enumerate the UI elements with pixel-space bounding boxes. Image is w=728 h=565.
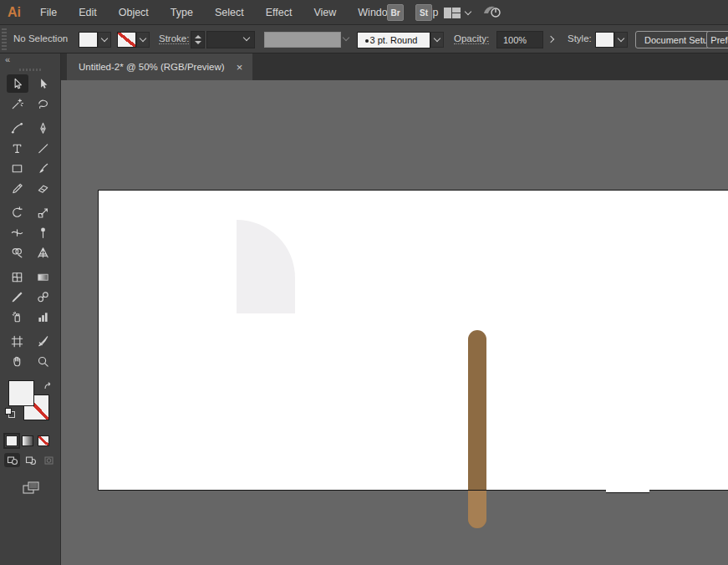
mesh-tool[interactable] (7, 267, 28, 286)
line-segment-tool[interactable] (33, 139, 54, 157)
default-fill-stroke-icon[interactable] (5, 408, 15, 418)
chevron-down-icon (343, 34, 349, 41)
canvas-area[interactable] (61, 80, 728, 565)
rectangle-tool[interactable] (7, 159, 28, 177)
document-tab[interactable]: Untitled-2* @ 50% (RGB/Preview) × (67, 53, 252, 80)
illustrator-window: Ai File Edit Object Type Select Effect V… (0, 0, 728, 565)
style-label: Style: (568, 33, 592, 43)
brush-preview-dot (365, 39, 369, 43)
type-tool[interactable] (7, 139, 28, 157)
chevron-down-icon (101, 35, 108, 42)
gradient-tool[interactable] (33, 267, 54, 286)
blend-tool[interactable] (33, 288, 54, 306)
zoom-tool[interactable] (33, 352, 54, 370)
scale-tool[interactable] (33, 203, 54, 221)
app-logo: Ai (0, 5, 29, 20)
lasso-tool[interactable] (33, 94, 54, 113)
eyedropper-tool[interactable] (7, 288, 28, 306)
control-bar: No Selection Stroke: 3 pt. Round Opacity… (0, 25, 728, 53)
bridge-button[interactable]: Br (387, 4, 404, 21)
stick-shape-below-artboard (468, 490, 486, 528)
column-graph-tool[interactable] (33, 308, 54, 326)
tab-close-icon[interactable]: × (237, 62, 243, 73)
selection-status: No Selection (13, 33, 68, 43)
shaper-tool[interactable] (7, 179, 28, 197)
slice-tool[interactable] (33, 332, 54, 350)
stroke-color-dropdown[interactable] (136, 32, 150, 48)
direct-selection-tool[interactable] (33, 74, 54, 93)
chevron-down-icon (434, 35, 440, 42)
selection-tool[interactable] (7, 74, 28, 93)
preferences-button[interactable]: Preferences (706, 31, 728, 48)
curvature-tool[interactable] (7, 119, 28, 137)
artboard-edge-notch (606, 487, 649, 493)
paintbrush-tool[interactable] (33, 159, 54, 177)
opacity-label[interactable]: Opacity: (454, 33, 489, 44)
magic-wand-tool[interactable] (7, 94, 28, 113)
panel-drag-grip[interactable] (19, 69, 41, 71)
chevron-down-icon (243, 34, 250, 41)
menu-object[interactable]: Object (108, 0, 160, 25)
color-type-buttons (6, 435, 60, 446)
fill-indicator-swatch[interactable] (8, 380, 34, 406)
draw-normal-icon[interactable] (4, 453, 20, 467)
brush-definition-dropdown[interactable]: 3 pt. Round (357, 32, 430, 48)
stroke-weight-dropdown[interactable] (206, 31, 255, 48)
gradient-button[interactable] (22, 435, 33, 446)
brush-name: 3 pt. Round (370, 35, 418, 45)
symbol-sprayer-tool[interactable] (7, 308, 28, 326)
menu-view[interactable]: View (303, 0, 347, 25)
collapse-panel-icon[interactable]: « (5, 54, 10, 64)
menu-bar: Ai File Edit Object Type Select Effect V… (0, 0, 728, 25)
brush-definition-chevron[interactable] (430, 32, 444, 48)
width-tool[interactable] (7, 223, 28, 242)
document-tab-bar: Untitled-2* @ 50% (RGB/Preview) × (61, 53, 728, 80)
draw-behind-icon[interactable] (23, 453, 38, 467)
fill-color-dropdown[interactable] (98, 32, 111, 48)
menu-edit[interactable]: Edit (68, 0, 108, 25)
perspective-grid-tool[interactable] (33, 243, 54, 262)
chevron-down-icon (465, 8, 471, 14)
swap-fill-stroke-icon[interactable] (43, 380, 54, 395)
stock-button[interactable]: St (415, 4, 432, 21)
chevron-down-icon (618, 35, 624, 42)
eraser-tool[interactable] (33, 179, 54, 197)
draw-inside-icon (41, 453, 57, 467)
stroke-weight-label[interactable]: Stroke: (159, 33, 189, 44)
drawing-mode-buttons (4, 453, 60, 467)
stick-shape[interactable] (468, 330, 486, 528)
pen-tool[interactable] (33, 119, 54, 137)
chevron-right-icon[interactable] (547, 36, 554, 43)
app-power-swirl-icon[interactable] (482, 3, 504, 23)
tools-panel: « (0, 53, 61, 565)
document-tab-title: Untitled-2* @ 50% (RGB/Preview) (79, 62, 225, 72)
artboard-tool[interactable] (7, 332, 28, 350)
workspace-switcher[interactable] (444, 8, 471, 18)
menu-type[interactable]: Type (160, 0, 204, 25)
shape-builder-tool[interactable] (7, 243, 28, 262)
stroke-weight-stepper[interactable] (191, 31, 205, 48)
stepper-up-icon[interactable] (195, 35, 201, 38)
style-swatch[interactable] (595, 32, 614, 48)
chevron-down-icon (140, 35, 146, 42)
rotate-tool[interactable] (7, 203, 28, 221)
none-button[interactable] (38, 435, 49, 446)
style-dropdown[interactable] (614, 32, 628, 48)
puppet-warp-tool[interactable] (33, 223, 54, 242)
fill-color-swatch[interactable] (79, 32, 98, 48)
menu-file[interactable]: File (29, 0, 68, 25)
hand-tool[interactable] (7, 352, 28, 370)
menu-select[interactable]: Select (204, 0, 255, 25)
color-button[interactable] (6, 435, 18, 446)
screen-mode-icon[interactable] (20, 479, 60, 501)
workspace-panes-icon (444, 8, 461, 18)
width-profile-dropdown (264, 32, 341, 48)
artboard[interactable] (98, 190, 728, 490)
opacity-field[interactable]: 100% (496, 31, 543, 48)
control-bar-grip[interactable] (2, 28, 7, 50)
stepper-down-icon[interactable] (195, 41, 201, 44)
menu-effect[interactable]: Effect (255, 0, 303, 25)
stroke-color-swatch[interactable] (117, 32, 136, 48)
fill-stroke-indicator (5, 380, 59, 429)
